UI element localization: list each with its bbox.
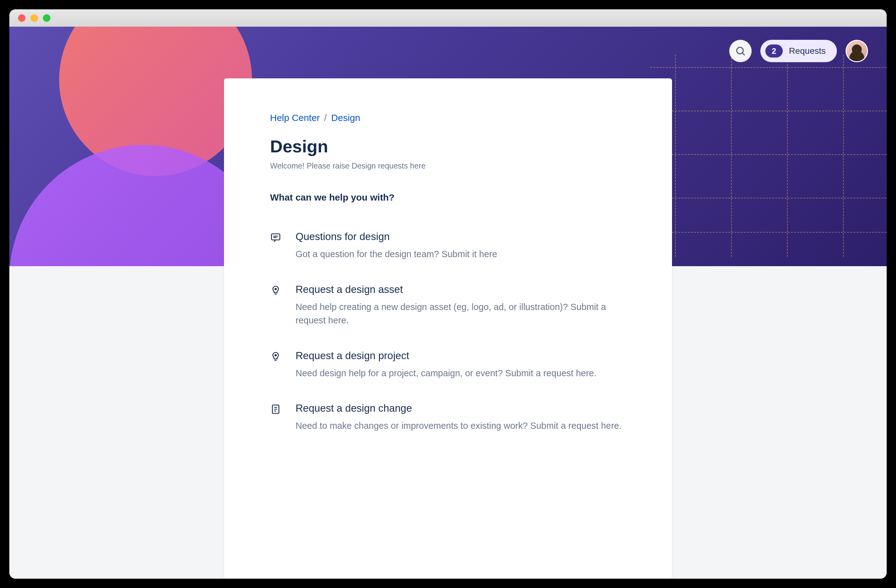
request-description: Need help creating a new design asset (e…	[296, 300, 626, 327]
request-type-list: Questions for design Got a question for …	[270, 231, 626, 433]
request-type-asset[interactable]: Request a design asset Need help creatin…	[270, 284, 626, 327]
section-heading: What can we help you with?	[270, 192, 626, 203]
window-maximize-button[interactable]	[43, 14, 50, 22]
request-description: Got a question for the design team? Subm…	[296, 248, 626, 261]
lightbulb-icon	[270, 285, 282, 297]
window-minimize-button[interactable]	[30, 14, 38, 22]
window-close-button[interactable]	[18, 14, 26, 22]
request-content: Request a design asset Need help creatin…	[296, 284, 626, 327]
user-avatar[interactable]	[846, 40, 868, 62]
requests-count-badge: 2	[765, 44, 783, 58]
breadcrumb: Help Center / Design	[270, 112, 626, 123]
request-title: Request a design project	[296, 350, 626, 362]
document-icon	[270, 404, 282, 416]
breadcrumb-root-link[interactable]: Help Center	[270, 112, 320, 123]
svg-rect-2	[271, 234, 280, 240]
breadcrumb-current-link[interactable]: Design	[331, 112, 360, 123]
request-title: Questions for design	[296, 231, 626, 243]
request-content: Request a design project Need design hel…	[296, 350, 626, 380]
request-description: Need design help for a project, campaign…	[296, 366, 626, 380]
page-subtitle: Welcome! Please raise Design requests he…	[270, 161, 626, 170]
app-window: 2 Requests Help Center / Design Design W…	[9, 9, 887, 579]
requests-label: Requests	[789, 46, 826, 56]
svg-line-1	[742, 53, 745, 55]
request-title: Request a design asset	[296, 284, 626, 295]
request-type-questions[interactable]: Questions for design Got a question for …	[270, 231, 626, 261]
requests-button[interactable]: 2 Requests	[760, 40, 837, 62]
request-description: Need to make changes or improvements to …	[296, 419, 626, 433]
page-title: Design	[270, 136, 626, 156]
window-title-bar	[9, 9, 887, 27]
main-content-card: Help Center / Design Design Welcome! Ple…	[224, 78, 672, 579]
app-body: 2 Requests Help Center / Design Design W…	[9, 27, 887, 579]
lightbulb-icon	[270, 351, 282, 363]
request-content: Questions for design Got a question for …	[296, 231, 626, 261]
request-title: Request a design change	[296, 403, 626, 414]
decorative-grid	[650, 55, 887, 257]
request-type-change[interactable]: Request a design change Need to make cha…	[270, 403, 626, 433]
request-type-project[interactable]: Request a design project Need design hel…	[270, 350, 626, 380]
top-controls: 2 Requests	[729, 40, 868, 62]
svg-point-6	[275, 288, 277, 290]
svg-point-0	[737, 47, 743, 54]
search-icon	[735, 46, 746, 56]
chat-icon	[270, 232, 282, 245]
search-button[interactable]	[729, 40, 752, 62]
request-content: Request a design change Need to make cha…	[296, 403, 626, 433]
svg-point-8	[275, 354, 277, 356]
breadcrumb-separator: /	[324, 112, 327, 123]
